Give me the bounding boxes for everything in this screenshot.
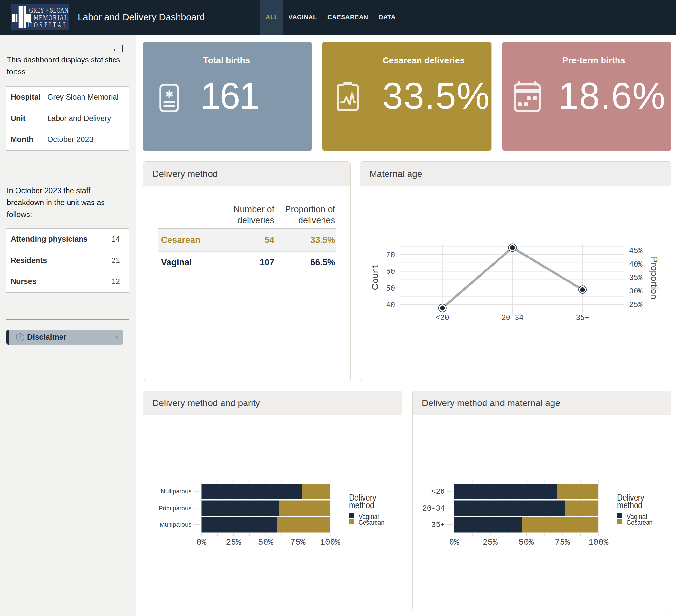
svg-text:50: 50 xyxy=(386,284,395,293)
svg-text:75%: 75% xyxy=(290,538,306,547)
svg-text:35+: 35+ xyxy=(432,521,445,529)
svg-text:<20: <20 xyxy=(432,488,445,496)
svg-text:75%: 75% xyxy=(555,538,570,547)
svg-text:20-34: 20-34 xyxy=(501,314,524,322)
svg-text:50%: 50% xyxy=(519,538,534,547)
svg-text:70: 70 xyxy=(386,251,395,260)
svg-text:0%: 0% xyxy=(449,538,459,547)
svg-text:Nulliparous: Nulliparous xyxy=(161,488,191,495)
svg-text:Primiparous: Primiparous xyxy=(159,505,191,511)
svg-text:35%: 35% xyxy=(629,274,643,282)
svg-text:30%: 30% xyxy=(629,287,643,296)
svg-text:Count: Count xyxy=(370,265,380,290)
svg-text:Multiparous: Multiparous xyxy=(160,521,191,528)
svg-text:Proportion: Proportion xyxy=(649,257,660,299)
svg-text:<20: <20 xyxy=(436,314,449,322)
svg-text:0%: 0% xyxy=(196,538,207,547)
svg-text:25%: 25% xyxy=(226,538,241,547)
svg-text:25%: 25% xyxy=(629,301,643,309)
svg-text:method: method xyxy=(349,500,374,510)
svg-text:100%: 100% xyxy=(320,538,340,547)
svg-text:45%: 45% xyxy=(629,247,643,255)
svg-text:100%: 100% xyxy=(588,538,609,547)
svg-text:35+: 35+ xyxy=(576,314,589,322)
svg-text:20-34: 20-34 xyxy=(422,504,445,513)
svg-text:Cesarean: Cesarean xyxy=(359,518,385,526)
svg-text:25%: 25% xyxy=(483,538,498,547)
svg-text:Cesarean: Cesarean xyxy=(627,518,653,526)
svg-text:40%: 40% xyxy=(629,261,643,269)
svg-text:60: 60 xyxy=(386,268,395,276)
svg-text:50%: 50% xyxy=(258,538,273,547)
svg-text:40: 40 xyxy=(386,301,395,310)
svg-text:method: method xyxy=(617,500,642,510)
